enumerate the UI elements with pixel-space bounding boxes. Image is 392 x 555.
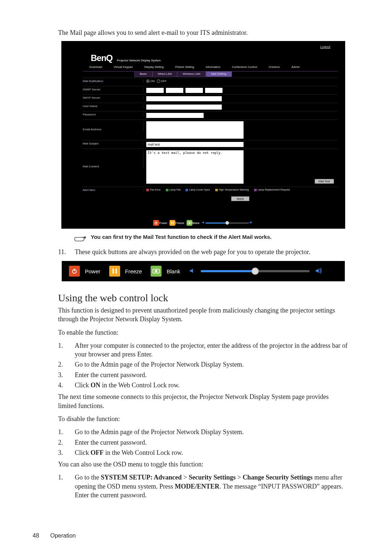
volume-down-icon[interactable] (189, 268, 196, 275)
osd-heading: You can also use the OSD menu to toggle … (58, 460, 348, 469)
disable-heading: To disable the function: (58, 415, 348, 423)
subtab-basic[interactable]: Basic (134, 71, 152, 77)
page-number: 48 (33, 532, 49, 539)
svg-marker-15 (190, 269, 193, 273)
section-heading: Using the web control lock (58, 292, 348, 304)
smtp-field[interactable] (146, 96, 222, 101)
alert-item[interactable]: Lamp Fail (166, 188, 181, 191)
tab-download[interactable]: Download (83, 65, 108, 71)
freeze-button[interactable] (170, 220, 175, 226)
enable-heading: To enable the function: (58, 328, 348, 337)
logout-link[interactable]: Logout (320, 45, 330, 49)
blank-button[interactable] (187, 220, 192, 226)
radio-off[interactable]: OFF (157, 79, 167, 83)
freeze-button[interactable] (109, 266, 120, 277)
svg-rect-11 (113, 269, 114, 274)
item-11-text: These quick buttons are always provided … (75, 248, 348, 256)
blank-label: Blank (192, 221, 200, 225)
freeze-label: Freeze (125, 268, 142, 274)
power-button[interactable] (69, 266, 80, 277)
username-field[interactable] (146, 105, 222, 110)
snmp-field-2[interactable] (166, 88, 183, 93)
svg-marker-7 (249, 221, 251, 224)
subtab-wireless-lan[interactable]: Wireless LAN (177, 71, 205, 77)
label-mail-notification: Mail Notification (83, 79, 143, 83)
alert-item[interactable]: Lamp Replacement Request (254, 188, 290, 191)
tab-picture-setting[interactable]: Picture Setting (170, 65, 200, 71)
list-item: 3.Enter the current password. (58, 371, 348, 379)
sub-tab-bar: Basic Wired LAN Wireless LAN Mail Settin… (134, 71, 232, 77)
tip-text: You can first try the Mail Test function… (91, 234, 271, 240)
label-smtp-server: SMTP Server (83, 96, 143, 99)
alert-item[interactable]: Fan Error (146, 188, 161, 191)
svg-point-8 (84, 237, 86, 238)
mail-content-field[interactable]: It's a test mail, please do not reply. (146, 150, 244, 184)
tab-display-setting[interactable]: Display Setting (138, 65, 169, 71)
alert-item[interactable]: Lamp Cover Open (185, 188, 210, 191)
snmp-field-1[interactable] (146, 88, 164, 93)
volume-up-icon[interactable] (315, 268, 323, 275)
mail-subject-field[interactable]: mail test (146, 142, 244, 147)
email-address-field[interactable] (146, 121, 244, 139)
tab-admin[interactable]: Admin (286, 65, 306, 71)
tab-information[interactable]: Information (200, 65, 226, 71)
label-snmp-server: SNMP Server (83, 88, 143, 91)
list-item: 1.Go to the SYSTEM SETUP: Advanced > Sec… (58, 473, 348, 499)
list-item: 4.Click ON in the Web Control Lock row. (58, 381, 348, 389)
top-tab-bar: Download Virtual Keypad Display Setting … (83, 65, 338, 72)
intro-text: The Mail page allows you to send alert e… (58, 29, 348, 37)
tab-crestron[interactable]: Crestron (263, 65, 286, 71)
tab-conference-control[interactable]: Conference Control (226, 65, 263, 71)
apply-button[interactable]: Apply (231, 196, 249, 201)
label-alert-item: Alert Item (83, 188, 143, 192)
blank-button[interactable] (151, 266, 162, 277)
power-button[interactable] (153, 220, 159, 226)
volume-down-icon[interactable] (202, 221, 205, 225)
label-user-name: User Name (83, 105, 143, 108)
volume-slider[interactable] (201, 270, 310, 272)
section-intro: This function is designed to prevent una… (58, 306, 348, 324)
mail-test-button[interactable]: Mail Test (315, 179, 334, 184)
brand-logo: BenQ (91, 53, 113, 63)
label-mail-subject: Mail Subject (83, 142, 143, 145)
svg-point-5 (189, 223, 190, 224)
osd-steps-list: 1.Go to the SYSTEM SETUP: Advanced > Sec… (58, 473, 348, 499)
list-item: 1.Go to the Admin page of the Projector … (58, 428, 348, 436)
subtab-wired-lan[interactable]: Wired LAN (152, 71, 177, 77)
svg-marker-16 (316, 269, 319, 273)
tab-virtual-keypad[interactable]: Virtual Keypad (108, 65, 139, 71)
snmp-field-3[interactable] (185, 88, 203, 93)
volume-up-icon[interactable] (249, 221, 253, 225)
alert-items: Fan ErrorLamp FailLamp Cover OpenHigh Te… (143, 188, 338, 191)
password-field[interactable] (146, 113, 204, 118)
quick-buttons-bar-large: Power Freeze Blank (62, 261, 345, 281)
list-item: 2.Go to the Admin page of the Projector … (58, 360, 348, 369)
list-item: 1.After your computer is connected to th… (58, 341, 348, 359)
freeze-label: Freeze (175, 221, 184, 225)
svg-point-14 (155, 270, 157, 272)
subtab-mail-setting[interactable]: Mail Setting (206, 71, 232, 77)
list-item: 3.Click OFF in the Web Control Lock row. (58, 448, 348, 457)
volume-slider[interactable] (205, 223, 249, 224)
snmp-field-4[interactable] (205, 88, 222, 93)
svg-rect-2 (171, 221, 172, 224)
svg-marker-6 (202, 221, 204, 224)
page-footer: 48 Operation (33, 532, 76, 539)
alert-item[interactable]: High Temperature Warning (215, 188, 249, 191)
disable-steps-list: 1.Go to the Admin page of the Projector … (58, 428, 348, 457)
footer-section-name: Operation (50, 532, 75, 539)
svg-rect-12 (115, 269, 117, 274)
label-email-address: Email Address (83, 121, 143, 131)
enable-result-text: The next time someone connects to this p… (58, 392, 348, 410)
hand-point-icon (74, 234, 84, 241)
item-11-number: 11. (58, 248, 68, 256)
list-item: 2.Enter the current password. (58, 438, 348, 447)
radio-on[interactable]: ON (146, 79, 155, 83)
power-label: Power (85, 268, 101, 274)
brand-subtitle: Projector Network Display System (117, 59, 161, 63)
enable-steps-list: 1.After your computer is connected to th… (58, 341, 348, 389)
mail-page-screenshot: Logout BenQ Projector Network Display Sy… (61, 41, 345, 229)
quick-buttons-bar-small: Power Freeze Blank (62, 217, 345, 228)
label-mail-content: Mail Content (83, 150, 143, 168)
label-password: Password (83, 113, 143, 116)
